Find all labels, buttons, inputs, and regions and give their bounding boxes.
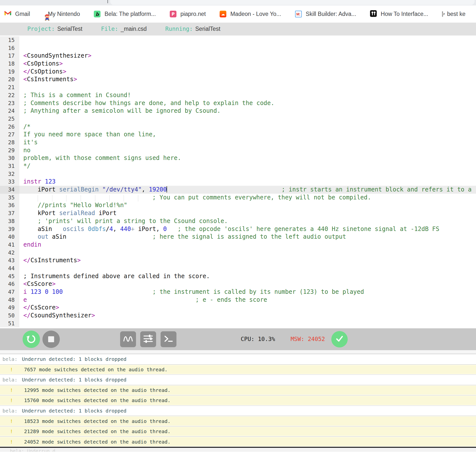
line-text: endin	[19, 241, 476, 249]
bottom-strip: bela: Underrun d	[0, 448, 476, 452]
console-message: 7657 mode switches detected on the audio…	[24, 367, 168, 373]
skillbuilder-icon: M:	[295, 11, 302, 17]
bookmark-item[interactable]: My Nintendo	[44, 11, 80, 17]
oscilloscope-button[interactable]	[120, 331, 136, 347]
line-number: 21	[0, 83, 19, 91]
omnibox-bottom	[110, 0, 475, 5]
console-divider[interactable]	[0, 350, 476, 354]
code-line: 45; Instruments defined above are called…	[0, 272, 476, 280]
code-line: 18<CsOptions>	[0, 60, 476, 68]
run-button[interactable]	[23, 331, 40, 348]
indent-guide	[95, 195, 109, 201]
msw-count: MSW: 24052	[291, 336, 325, 342]
line-number: 25	[0, 115, 19, 123]
code-line: 26/*	[0, 123, 476, 131]
code-line: 19</CsOptions>	[0, 68, 476, 76]
line-text: ; You can put comments everywhere, they …	[19, 194, 476, 202]
line-number: 20	[0, 75, 19, 83]
line-text: //prints "Hello World!%n"	[19, 201, 476, 209]
bookmark-label: Madeon - Love Yo...	[230, 11, 281, 17]
code-line: 15	[0, 36, 476, 44]
console-message: Underrun detected: 1 blocks dropped	[22, 377, 126, 383]
console-log: bela:Underrun detected: 1 blocks dropped…	[0, 354, 476, 447]
code-line: 25	[0, 115, 476, 123]
code-line: 46<CsScore>	[0, 280, 476, 288]
line-text	[19, 249, 476, 257]
line-text: ; 'prints' will print a string to the Cs…	[19, 217, 476, 225]
controls-button[interactable]	[140, 331, 156, 347]
bookmark-label: best ke	[447, 11, 465, 17]
line-text	[19, 83, 476, 91]
terminal-prompt-icon	[163, 333, 174, 345]
console-info-row: bela:Underrun detected: 1 blocks dropped	[0, 375, 476, 385]
line-number: 46	[0, 280, 19, 288]
console-source-label: bela:	[2, 356, 17, 362]
line-text: <CsoundSynthesizer>	[19, 52, 476, 60]
sine-wave-icon	[123, 333, 134, 345]
line-number: 36	[0, 201, 19, 209]
line-number: 45	[0, 272, 19, 280]
line-text: ; Comments describe how things are done,…	[19, 99, 476, 107]
line-text	[19, 264, 476, 272]
line-number: 22	[0, 91, 19, 99]
line-number: 15	[0, 36, 19, 44]
line-text: iPort serialBegin "/dev/tty4", 19200 ; i…	[19, 186, 476, 194]
console-warning-row: !15760 mode switches detected on the aud…	[0, 395, 476, 406]
console-message: Underrun detected: 1 blocks dropped	[22, 356, 126, 362]
bookmark-item[interactable]: Pbest ke	[442, 11, 465, 17]
line-text: problem, with those comment signs used h…	[19, 154, 476, 162]
line-number: 34	[0, 186, 19, 194]
bookmark-item[interactable]: M:Skill Builder: Adva...	[295, 11, 356, 17]
code-line: 21	[0, 83, 476, 91]
line-number: 23	[0, 99, 19, 107]
code-line: 32	[0, 170, 476, 178]
pin-headers-icon	[370, 10, 377, 18]
console-message: 18523 mode switches detected on the audi…	[24, 418, 170, 424]
line-text	[19, 170, 476, 178]
code-line: 47i 123 0 100 ; the instrument is called…	[0, 288, 476, 296]
project-indicator: Project:SerialTest	[27, 26, 82, 32]
warning-icon: !	[10, 418, 13, 424]
line-number: 40	[0, 233, 19, 241]
code-line: 28it's	[0, 139, 476, 147]
text-caret-icon	[107, 0, 108, 3]
console-warning-row: !7657 mode switches detected on the audi…	[0, 364, 476, 375]
line-text: instr 123	[19, 178, 476, 186]
code-line: 43</CsInstruments>	[0, 257, 476, 264]
line-number: 18	[0, 60, 19, 68]
code-line: 17<CsoundSynthesizer>	[0, 52, 476, 60]
restart-arrow-icon	[26, 333, 37, 345]
piapro-icon: P	[170, 11, 176, 17]
line-text: </CsOptions>	[19, 68, 476, 76]
line-text: i 123 0 100 ; the instrument is called b…	[19, 288, 476, 296]
stop-button[interactable]	[42, 331, 60, 348]
code-editor[interactable]: 151617<CsoundSynthesizer>18<CsOptions>19…	[0, 36, 476, 328]
soundcloud-icon: ☁	[220, 11, 226, 17]
bookmark-item[interactable]: Gmail	[4, 11, 30, 17]
bookmark-item[interactable]: ☁Madeon - Love Yo...	[220, 11, 281, 17]
sliders-icon	[143, 333, 154, 345]
status-ok-button[interactable]	[331, 331, 348, 347]
bookmark-label: piapro.net	[180, 11, 206, 17]
console-message: 24052 mode switches detected on the audi…	[24, 439, 170, 445]
faint-console-text: bela: Underrun d	[10, 448, 55, 452]
code-line: 30problem, with those comment signs used…	[0, 154, 476, 162]
code-line: 49</CsScore>	[0, 304, 476, 312]
code-line: 24; Anything after a semicolon will be i…	[0, 107, 476, 115]
console-info-row: bela:Underrun detected: 1 blocks dropped	[0, 354, 476, 364]
code-line: 23; Comments describe how things are don…	[0, 99, 476, 107]
bookmark-item[interactable]: bBela: The platform...	[94, 11, 156, 17]
line-number: 19	[0, 68, 19, 76]
line-text: e ; e - ends the score	[19, 296, 476, 304]
checkmark-icon	[334, 333, 345, 345]
project-value: SerialTest	[57, 26, 82, 32]
bookmark-item[interactable]: Ppiapro.net	[170, 11, 206, 17]
code-line: 22; This is a comment in Csound!	[0, 91, 476, 99]
gmail-icon	[4, 11, 11, 17]
line-text: <CsInstruments>	[19, 75, 476, 83]
code-line: 40 out aSin ; here the signal is assigne…	[0, 233, 476, 241]
indent-guide	[138, 195, 152, 201]
terminal-button[interactable]	[161, 331, 176, 347]
line-number: 33	[0, 178, 19, 186]
bookmark-item[interactable]: How To Interface...	[370, 10, 428, 18]
